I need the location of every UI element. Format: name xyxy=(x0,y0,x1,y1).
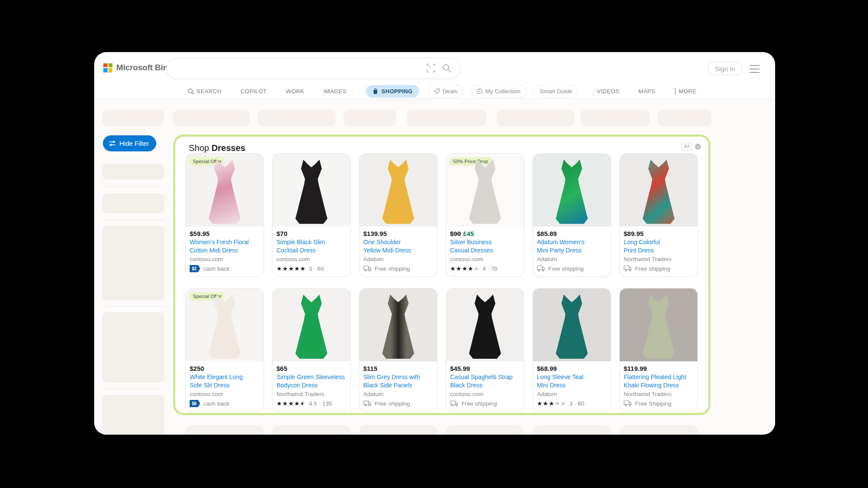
tab-search[interactable]: SEARCH xyxy=(187,85,221,97)
tab-deals[interactable]: Deals xyxy=(428,85,464,98)
price-row: $119.99 xyxy=(624,365,694,372)
product-card[interactable]: $119.99 Flattering Pleated Light Khaki F… xyxy=(619,288,698,412)
product-price: $250 xyxy=(190,365,204,372)
product-price: $115 xyxy=(363,365,378,372)
tab-shopping[interactable]: SHOPPING xyxy=(366,85,419,98)
tab-my-collection[interactable]: My Collection xyxy=(470,85,526,98)
tab-images[interactable]: IMAGES xyxy=(323,85,347,97)
product-title-link[interactable]: Women's Fresh Floral Cotton Midi Dress xyxy=(190,238,260,255)
star-icon: ★ xyxy=(294,400,300,407)
product-title-link[interactable]: Simple Green Sleeveless Bodycon Dress xyxy=(276,373,346,390)
product-title-link[interactable]: Flattering Pleated Light Khaki Flowing D… xyxy=(624,373,694,390)
placeholder-filter-block xyxy=(102,395,164,435)
product-price: $85.89 xyxy=(537,230,557,237)
dress-graphic xyxy=(205,295,245,359)
product-card[interactable]: Special Offer $59.95 Women's Fresh Flora… xyxy=(185,153,264,277)
price-row: $70 xyxy=(276,230,346,237)
product-info: $65 Simple Green Sleeveless Bodycon Dres… xyxy=(273,361,350,411)
star-rating: ★★★★★ xyxy=(537,400,566,406)
product-info: $250 White Elegant Long Side Slit Dress … xyxy=(186,361,263,411)
placeholder-pill xyxy=(580,110,650,126)
shipping-row: Free shipping xyxy=(450,400,520,407)
price-row: $65 xyxy=(276,365,346,372)
product-seller: contoso.com xyxy=(190,255,260,263)
product-title-link[interactable]: Long Sleeve Teal Mini Dress xyxy=(537,373,607,390)
product-image xyxy=(359,154,437,226)
product-price: £45 xyxy=(463,230,474,237)
star-icon: ★ xyxy=(300,265,306,272)
visual-search-camera-icon[interactable] xyxy=(426,63,436,73)
star-icon: ★ xyxy=(283,265,289,272)
sidebar-divider xyxy=(102,389,164,389)
rating-label: 4 · 78 xyxy=(483,265,498,272)
old-price: $90 xyxy=(450,230,461,237)
star-icon: ★ xyxy=(462,265,468,272)
dress-graphic xyxy=(639,160,679,224)
star-rating: ★★★★★ xyxy=(450,265,480,272)
tab-smart-guide[interactable]: Smart Guide xyxy=(533,85,579,98)
product-title-link[interactable]: One Shoulder Yellow Midi Dress xyxy=(363,238,433,255)
tab-shopping-label: SHOPPING xyxy=(381,88,413,95)
product-card[interactable]: $68.99 Long Sleeve Teal Mini Dress Adatu… xyxy=(533,288,611,412)
product-card[interactable]: $139.95 One Shoulder Yellow Midi Dress A… xyxy=(359,153,437,277)
search-icon[interactable] xyxy=(442,63,451,73)
hamburger-menu-icon[interactable] xyxy=(750,65,760,73)
sign-in-button[interactable]: Sign In xyxy=(708,62,742,75)
rating-row: ★★★★★ 5 · 60 xyxy=(276,265,346,272)
star-icon: ★ xyxy=(294,265,300,272)
dress-graphic xyxy=(465,295,505,359)
shipping-row: Free shipping xyxy=(624,265,694,272)
tab-videos[interactable]: VIDEOS xyxy=(597,85,619,97)
tab-work[interactable]: WORK xyxy=(286,85,304,97)
product-card[interactable]: $89.95 Long Colorful Print Dress Northwi… xyxy=(619,153,698,277)
product-price: $65 xyxy=(276,365,287,372)
tab-more-label: MORE xyxy=(679,88,697,95)
product-title-link[interactable]: Simple Black Slim Cocktail Dress xyxy=(276,238,346,255)
tab-copilot[interactable]: COPILOT xyxy=(240,85,267,97)
hide-filter-button[interactable]: Hide Filter xyxy=(103,135,156,151)
star-icon: ★ xyxy=(288,265,294,272)
product-card[interactable]: $65 Simple Green Sleeveless Bodycon Dres… xyxy=(272,288,351,412)
shipping-label: Free shipping xyxy=(461,400,497,407)
placeholder-pill xyxy=(658,110,711,126)
star-rating: ★★★★★ xyxy=(276,265,306,272)
product-info: $68.99 Long Sleeve Teal Mini Dress Adatu… xyxy=(533,361,611,411)
product-seller: Adatum xyxy=(537,255,607,263)
star-icon: ★ xyxy=(276,400,283,407)
product-info: $59.95 Women's Fresh Floral Cotton Midi … xyxy=(186,226,263,276)
truck-icon xyxy=(624,400,632,406)
product-title-link[interactable]: Silver Business Casual Dresses xyxy=(450,238,520,255)
product-image xyxy=(359,288,437,361)
product-card[interactable]: 50% Price Drop $90 £45 Silver Business C… xyxy=(446,153,524,277)
search-input[interactable] xyxy=(176,59,421,78)
cashback-badge: $2 xyxy=(190,265,200,272)
product-title-link[interactable]: Long Colorful Print Dress xyxy=(624,238,694,255)
info-icon[interactable]: i xyxy=(695,144,701,150)
product-title-link[interactable]: Casual Spaghetti Strap Black Dress xyxy=(450,373,520,390)
product-seller: Northwind Traders xyxy=(624,255,694,263)
star-icon: ★ xyxy=(537,400,543,407)
star-icon: ★ xyxy=(300,400,306,407)
product-image xyxy=(446,288,524,361)
product-title-link[interactable]: Adatum Women's Mini Party Dress xyxy=(537,238,607,255)
tab-maps[interactable]: MAPS xyxy=(638,85,655,97)
search-tab-icon xyxy=(187,88,194,95)
tab-more[interactable]: MORE xyxy=(674,85,697,97)
product-price: $68.99 xyxy=(537,365,557,372)
product-title-link[interactable]: Slim Grey Dress with Black Side Panels xyxy=(363,373,433,390)
product-card[interactable]: Special Offer $250 White Elegant Long Si… xyxy=(185,288,264,412)
dress-graphic xyxy=(378,295,418,359)
star-icon: ★ xyxy=(288,400,294,407)
placeholder-card xyxy=(619,425,698,435)
product-card[interactable]: $70 Simple Black Slim Cocktail Dress con… xyxy=(272,153,351,277)
search-bar[interactable] xyxy=(166,58,460,79)
placeholder-filter-row xyxy=(102,164,164,180)
rating-label: 5 · 60 xyxy=(309,265,324,272)
product-title-link[interactable]: White Elegant Long Side Slit Dress xyxy=(190,373,260,390)
product-card[interactable]: $45.99 Casual Spaghetti Strap Black Dres… xyxy=(446,288,524,412)
product-card[interactable]: $115 Slim Grey Dress with Black Side Pan… xyxy=(359,288,437,412)
star-icon: ★ xyxy=(276,265,283,272)
bing-logo[interactable]: Microsoft Bing xyxy=(103,63,173,72)
product-card[interactable]: $85.89 Adatum Women's Mini Party Dress A… xyxy=(533,153,611,277)
sidebar-divider xyxy=(102,219,164,220)
